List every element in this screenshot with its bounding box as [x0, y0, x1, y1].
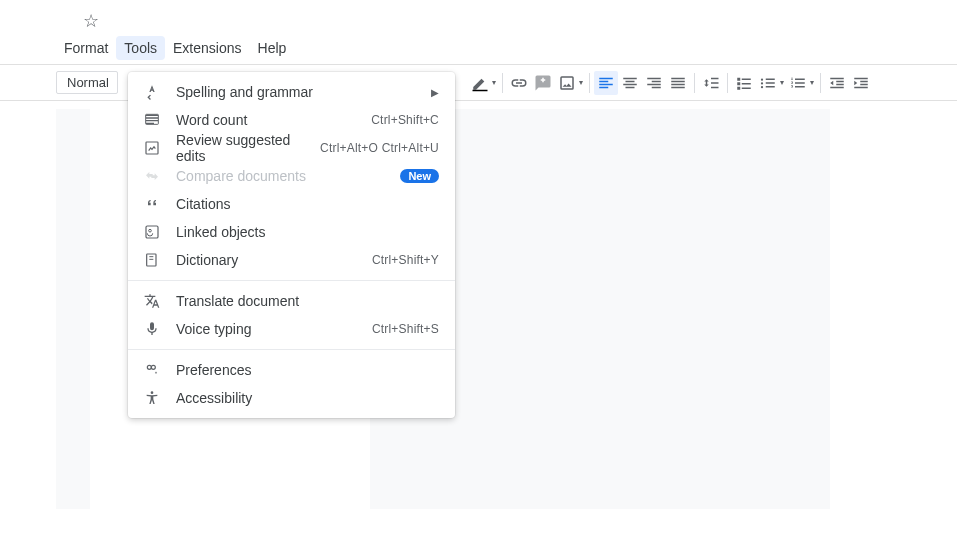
menu-item-wordcount[interactable]: Word count Ctrl+Shift+C	[128, 106, 455, 134]
dictionary-icon	[142, 250, 162, 270]
menu-shortcut: Ctrl+Shift+C	[371, 113, 439, 127]
new-badge: New	[400, 169, 439, 183]
accessibility-icon	[142, 388, 162, 408]
increase-indent-button[interactable]	[849, 71, 873, 95]
svg-rect-3	[146, 226, 158, 238]
citations-icon	[142, 194, 162, 214]
separator	[727, 73, 728, 93]
menu-item-label: Accessibility	[176, 390, 439, 406]
checklist-button[interactable]	[732, 71, 756, 95]
align-center-button[interactable]	[618, 71, 642, 95]
linked-objects-icon	[142, 222, 162, 242]
menu-extensions[interactable]: Extensions	[165, 36, 249, 60]
align-left-button[interactable]	[594, 71, 618, 95]
menu-format[interactable]: Format	[56, 36, 116, 60]
star-icon[interactable]: ☆	[83, 11, 99, 31]
microphone-icon	[142, 319, 162, 339]
separator	[694, 73, 695, 93]
align-right-button[interactable]	[642, 71, 666, 95]
paragraph-style-select[interactable]: Normal	[56, 71, 118, 94]
menu-item-translate[interactable]: Translate document	[128, 287, 455, 315]
menu-separator	[128, 349, 455, 350]
numbered-list-button[interactable]	[786, 71, 810, 95]
compare-icon	[142, 166, 162, 186]
menu-item-label: Spelling and grammar	[176, 84, 431, 100]
separator	[502, 73, 503, 93]
spellcheck-icon	[142, 82, 162, 102]
insert-image-button[interactable]	[555, 71, 579, 95]
menu-separator	[128, 280, 455, 281]
menu-item-label: Preferences	[176, 362, 439, 378]
menu-item-label: Linked objects	[176, 224, 439, 240]
menu-tools[interactable]: Tools	[116, 36, 165, 60]
menu-item-label: Translate document	[176, 293, 439, 309]
dropdown-caret-icon[interactable]: ▾	[808, 78, 816, 87]
svg-point-8	[151, 391, 154, 394]
dropdown-caret-icon[interactable]: ▾	[577, 78, 585, 87]
submenu-arrow-icon: ▶	[431, 87, 439, 98]
preferences-icon	[142, 360, 162, 380]
menu-shortcut: Ctrl+Alt+O Ctrl+Alt+U	[320, 141, 439, 155]
menu-item-label: Compare documents	[176, 168, 400, 184]
svg-rect-0	[473, 89, 488, 91]
menu-shortcut: Ctrl+Shift+S	[372, 322, 439, 336]
menu-item-dictionary[interactable]: Dictionary Ctrl+Shift+Y	[128, 246, 455, 274]
menu-item-label: Citations	[176, 196, 439, 212]
menu-item-spelling[interactable]: Spelling and grammar ▶	[128, 78, 455, 106]
svg-point-6	[147, 365, 151, 369]
decrease-indent-button[interactable]	[825, 71, 849, 95]
menu-item-accessibility[interactable]: Accessibility	[128, 384, 455, 412]
insert-link-button[interactable]	[507, 71, 531, 95]
line-spacing-button[interactable]	[699, 71, 723, 95]
translate-icon	[142, 291, 162, 311]
highlight-color-button[interactable]	[468, 71, 492, 95]
separator	[820, 73, 821, 93]
menu-item-voice-typing[interactable]: Voice typing Ctrl+Shift+S	[128, 315, 455, 343]
bulleted-list-button[interactable]	[756, 71, 780, 95]
menu-item-label: Voice typing	[176, 321, 372, 337]
menu-shortcut: Ctrl+Shift+Y	[372, 253, 439, 267]
wordcount-icon	[142, 110, 162, 130]
svg-rect-2	[146, 142, 158, 154]
menu-item-preferences[interactable]: Preferences	[128, 356, 455, 384]
menu-item-label: Dictionary	[176, 252, 372, 268]
align-justify-button[interactable]	[666, 71, 690, 95]
svg-rect-5	[147, 254, 156, 266]
svg-point-4	[149, 229, 152, 232]
menu-help[interactable]: Help	[250, 36, 295, 60]
dropdown-caret-icon[interactable]: ▾	[778, 78, 786, 87]
separator	[589, 73, 590, 93]
review-icon	[142, 138, 162, 158]
dropdown-caret-icon[interactable]: ▾	[490, 78, 498, 87]
menu-item-citations[interactable]: Citations	[128, 190, 455, 218]
svg-point-7	[151, 365, 155, 369]
menu-item-linked-objects[interactable]: Linked objects	[128, 218, 455, 246]
menu-item-compare: Compare documents New	[128, 162, 455, 190]
menu-item-review[interactable]: Review suggested edits Ctrl+Alt+O Ctrl+A…	[128, 134, 455, 162]
menu-item-label: Review suggested edits	[176, 132, 320, 164]
menu-item-label: Word count	[176, 112, 371, 128]
menubar: Format Tools Extensions Help	[0, 34, 957, 65]
add-comment-button[interactable]	[531, 71, 555, 95]
tools-dropdown: Spelling and grammar ▶ Word count Ctrl+S…	[128, 72, 455, 418]
